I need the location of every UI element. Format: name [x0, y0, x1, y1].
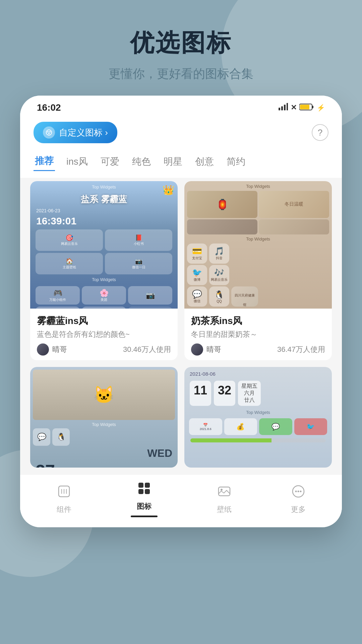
- svg-rect-14: [138, 489, 143, 494]
- widget-music: 🎯 网易云音乐: [36, 229, 103, 251]
- preview-clock: 16:39:01: [34, 214, 174, 228]
- nav-item-more[interactable]: 更多: [291, 484, 306, 515]
- status-time: 16:02: [37, 102, 61, 113]
- svg-point-20: [297, 490, 299, 492]
- nav-label-wallpaper: 壁纸: [217, 504, 232, 515]
- widget-scan: 📷 微信一日: [105, 253, 172, 274]
- tab-cute[interactable]: 可爱: [99, 153, 121, 171]
- tab-star[interactable]: 明星: [162, 153, 184, 171]
- phone-mockup: 16:02 ✕ ⚡ 自定义图标 › ? 推荐 ins风 可爱 纯色 明星: [20, 96, 342, 527]
- svg-rect-15: [145, 489, 150, 494]
- date-side: 星期五 六月廿八: [238, 381, 261, 406]
- tan-app-music: 🎶网易云音乐: [209, 265, 229, 285]
- tab-solid[interactable]: 纯色: [131, 153, 152, 171]
- svg-rect-6: [300, 105, 309, 109]
- svg-rect-1: [281, 106, 283, 110]
- svg-point-7: [46, 130, 52, 135]
- battery-icon: [299, 103, 314, 112]
- lunar: 六月廿八: [241, 390, 257, 404]
- date-27: 27: [33, 461, 175, 468]
- top-widgets-label-3: Top Widgets: [33, 422, 175, 427]
- status-bar: 16:02 ✕ ⚡: [20, 96, 342, 116]
- widgets-label-1: Top Widgets: [34, 184, 174, 190]
- page-subtitle: 更懂你，更好看的图标合集: [13, 66, 349, 82]
- svg-rect-0: [279, 108, 280, 110]
- card-info-blue: 雾霾蓝ins风 蓝色是符合所有幻想的颜色~ 晴哥 30.46万人使用: [30, 309, 178, 360]
- svg-point-21: [300, 490, 301, 492]
- weekday: 星期五: [241, 383, 257, 390]
- charging-icon: ⚡: [317, 104, 325, 112]
- widget-redbook: 📕 小红书: [105, 229, 172, 251]
- theme-card-cat[interactable]: 🐱 Top Widgets 💬 🐧 WED 27: [30, 367, 178, 468]
- tab-ins[interactable]: ins风: [65, 153, 89, 171]
- bottom-nav: 组件 图标 壁纸 更多: [20, 474, 342, 527]
- nav-icon-more: [291, 484, 305, 502]
- partial-app-wechat: 💬: [33, 428, 50, 446]
- svg-rect-12: [138, 483, 143, 488]
- page-header: 优选图标 更懂你，更好看的图标合集: [0, 0, 362, 96]
- tab-creative[interactable]: 创意: [194, 153, 215, 171]
- custom-icon-button[interactable]: 自定义图标 ›: [34, 122, 117, 143]
- card-preview-tan: Top Widgets 🏮 冬日温暖 Top Widgets 💳支付宝 🎵抖音: [184, 181, 332, 309]
- nav-icon-wallpaper: [217, 484, 231, 502]
- theme-card-blue-fog[interactable]: Top Widgets 盐系 雾霾蓝 2021-06-23 16:39:01 🎯…: [30, 181, 178, 360]
- tan-photo-widget: 四川天府健康馆: [231, 286, 258, 307]
- date-display: 11 32 星期五 六月廿八: [187, 378, 329, 409]
- author-avatar-1: [37, 343, 49, 356]
- partial-preview-cat: 🐱 Top Widgets 💬 🐧 WED 27: [30, 367, 178, 468]
- category-tabs: 推荐 ins风 可爱 纯色 明星 创意 简约: [20, 149, 342, 178]
- status-icons: ✕ ⚡: [279, 103, 325, 112]
- card-meta-blue: 晴哥 30.46万人使用: [37, 343, 171, 356]
- theme-card-date[interactable]: 2021-08-06 11 32 星期五 六月廿八 Top Widgets 📅2…: [184, 367, 332, 468]
- widgets-label-tan2: Top Widgets: [187, 236, 329, 241]
- signal-icon: [279, 103, 288, 112]
- widget-row-1: 🎯 网易云音乐 📕 小红书 🏠 主题壁纸 📷: [34, 228, 174, 276]
- card-title-tan: 奶茶系ins风: [191, 315, 325, 327]
- svg-rect-3: [287, 103, 288, 110]
- progress-bar: [190, 438, 326, 442]
- app-icon-4: ▶腾讯视频: [36, 307, 80, 309]
- theme-card-milk-tea[interactable]: Top Widgets 🏮 冬日温暖 Top Widgets 💳支付宝 🎵抖音: [184, 181, 332, 360]
- svg-rect-2: [284, 105, 286, 110]
- svg-rect-16: [219, 487, 230, 496]
- crown-badge: 👑: [163, 184, 174, 196]
- card-info-tan: 奶茶系ins风 冬日里的甜栗奶茶～ 晴哥 36.47万人使用: [184, 309, 332, 360]
- widgets-label-tan: Top Widgets: [187, 184, 329, 189]
- palette-icon: [43, 126, 55, 139]
- nav-item-wallpaper[interactable]: 壁纸: [217, 484, 232, 515]
- preview-date: 2021-06-23: [34, 207, 174, 214]
- tan-app-row-2: 🐦微博 🎶网易云音乐: [187, 265, 329, 285]
- partial-app-qq: 🐧: [52, 428, 70, 446]
- x-icon: ✕: [291, 103, 297, 112]
- svg-point-17: [221, 489, 223, 491]
- app-icon-3: 📷: [128, 286, 172, 305]
- card-desc-tan: 冬日里的甜栗奶茶～: [191, 329, 325, 339]
- app-grid-blue: 🎮万能小组件 🌸美团 📷 ▶腾讯视频 📊哔哩哔哩 Top Widgets: [34, 284, 174, 309]
- tab-recommended[interactable]: 推荐: [34, 152, 55, 171]
- tan-app-wechat: 💬微信: [187, 286, 207, 307]
- date-hour: 11: [190, 381, 211, 406]
- nav-item-widgets[interactable]: 组件: [57, 484, 71, 515]
- tan-app-weibo: 🐦微博: [187, 265, 207, 285]
- tan-app-qq: 🐧QQ: [209, 286, 229, 307]
- svg-rect-5: [312, 106, 313, 108]
- blue-theme-title: 盐系 雾霾蓝: [34, 192, 174, 207]
- nav-item-icons[interactable]: 图标: [131, 481, 158, 517]
- nav-label-more: 更多: [291, 504, 306, 515]
- widget-theme: 🏠 主题壁纸: [36, 253, 103, 274]
- svg-point-8: [47, 131, 49, 132]
- svg-point-10: [48, 133, 50, 134]
- widgets-label-2: Top Widgets: [34, 277, 174, 282]
- help-button[interactable]: ?: [312, 124, 328, 141]
- mini-app-grid: 📅2021.8.6 💰 💬 🐦: [187, 416, 329, 437]
- tab-simple[interactable]: 简约: [225, 153, 247, 171]
- user-count-1: 30.46万人使用: [123, 344, 171, 355]
- svg-rect-13: [145, 483, 150, 488]
- nav-icon-icons: [137, 481, 151, 499]
- cat-image: 🐱: [33, 370, 175, 420]
- user-count-2: 36.47万人使用: [277, 344, 325, 355]
- theme-grid: Top Widgets 盐系 雾霾蓝 2021-06-23 16:39:01 🎯…: [20, 178, 342, 474]
- widget-cell: Top Widgets: [128, 307, 172, 309]
- tan-app-row-1: 💳支付宝 🎵抖音: [187, 244, 329, 264]
- app-icon-5: 📊哔哩哔哩: [82, 307, 126, 309]
